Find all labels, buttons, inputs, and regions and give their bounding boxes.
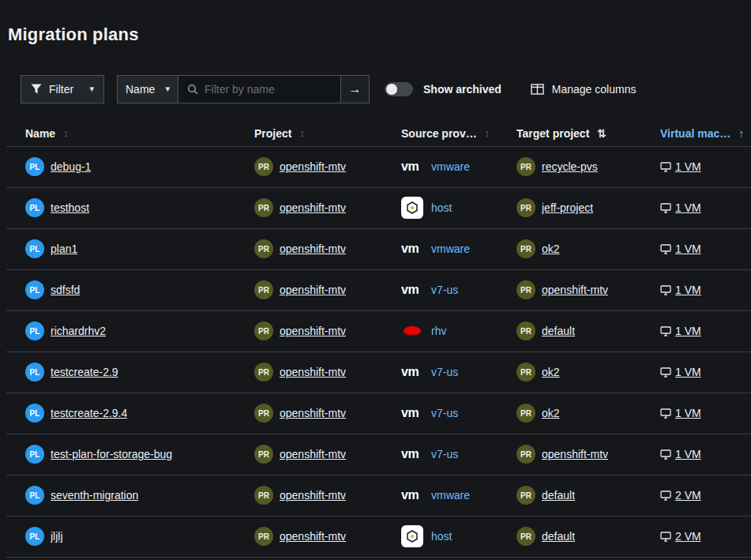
table-row: PL seventh-migration PR openshift-mtv vm… bbox=[6, 475, 751, 516]
filter-dropdown-button[interactable]: Filter ▾ bbox=[21, 75, 104, 103]
table-row: PL testcreate-2.9.4 PR openshift-mtv vm … bbox=[6, 393, 751, 434]
project-cell: PR openshift-mtv bbox=[254, 445, 401, 464]
project-badge: PR bbox=[254, 321, 273, 340]
virtual-machines-cell: 1 VM bbox=[660, 201, 751, 214]
project-link[interactable]: openshift-mtv bbox=[280, 448, 346, 460]
source-provider-link[interactable]: host bbox=[431, 530, 452, 543]
name-cell: PL testcreate-2.9 bbox=[6, 363, 254, 381]
plan-badge: PL bbox=[25, 445, 44, 464]
vm-count-link[interactable]: 1 VM bbox=[675, 407, 701, 419]
plan-name-link[interactable]: testcreate-2.9.4 bbox=[51, 407, 127, 419]
project-link[interactable]: openshift-mtv bbox=[280, 489, 346, 502]
target-project-link[interactable]: default bbox=[542, 489, 575, 502]
target-project-link[interactable]: jeff-project bbox=[542, 201, 593, 214]
vm-count-link[interactable]: 1 VM bbox=[675, 160, 701, 173]
column-header-name[interactable]: Name ↕ bbox=[6, 127, 254, 140]
plan-badge: PL bbox=[25, 363, 44, 381]
source-provider-link[interactable]: v7-us bbox=[431, 284, 458, 296]
vm-count-link[interactable]: 1 VM bbox=[675, 448, 701, 460]
target-project-badge: PR bbox=[516, 363, 535, 381]
plan-name-link[interactable]: sdfsfd bbox=[51, 284, 80, 296]
manage-columns-label: Manage columns bbox=[552, 83, 636, 96]
source-provider-link[interactable]: vmware bbox=[431, 160, 470, 173]
target-project-badge: PR bbox=[516, 198, 535, 217]
target-project-badge: PR bbox=[516, 445, 535, 464]
project-link[interactable]: openshift-mtv bbox=[280, 325, 346, 337]
column-header-target-project[interactable]: Target project ⇅ bbox=[516, 127, 660, 140]
vm-count-link[interactable]: 1 VM bbox=[675, 325, 701, 337]
vmware-logo-icon: vm bbox=[401, 447, 419, 461]
vm-count-link[interactable]: 1 VM bbox=[675, 366, 701, 378]
plan-badge: PL bbox=[25, 527, 44, 546]
filter-by-name-input[interactable] bbox=[178, 75, 341, 103]
plan-name-link[interactable]: seventh-migration bbox=[51, 489, 138, 502]
source-provider-link[interactable]: vmware bbox=[431, 489, 470, 502]
target-project-link[interactable]: default bbox=[542, 530, 575, 543]
project-link[interactable]: openshift-mtv bbox=[280, 201, 346, 214]
column-header-source-provider[interactable]: Source prov… ↕ bbox=[401, 127, 516, 140]
plan-name-link[interactable]: testcreate-2.9 bbox=[51, 366, 118, 378]
target-project-link[interactable]: ok2 bbox=[542, 366, 560, 378]
source-provider-link[interactable]: rhv bbox=[431, 325, 446, 337]
target-project-link[interactable]: openshift-mtv bbox=[542, 284, 608, 296]
virtual-machines-cell: 1 VM bbox=[660, 325, 751, 337]
vm-count-link[interactable]: 1 VM bbox=[675, 242, 701, 255]
name-cell: PL testhost bbox=[6, 198, 254, 217]
target-project-link[interactable]: recycle-pvs bbox=[542, 160, 598, 173]
source-provider-link[interactable]: vmware bbox=[431, 242, 470, 255]
manage-columns-button[interactable]: Manage columns bbox=[526, 82, 641, 96]
target-project-cell: PR default bbox=[516, 486, 660, 505]
vm-icon bbox=[660, 408, 671, 419]
host-provider-icon bbox=[401, 525, 423, 547]
target-project-link[interactable]: ok2 bbox=[542, 407, 560, 419]
plan-name-link[interactable]: plan1 bbox=[51, 242, 77, 255]
project-cell: PR openshift-mtv bbox=[254, 157, 401, 176]
name-cell: PL testcreate-2.9.4 bbox=[6, 404, 254, 423]
target-project-link[interactable]: openshift-mtv bbox=[542, 448, 608, 460]
source-provider-cell: vm vmware bbox=[401, 488, 516, 502]
project-badge: PR bbox=[254, 363, 273, 381]
target-project-link[interactable]: default bbox=[542, 325, 575, 337]
target-project-link[interactable]: ok2 bbox=[542, 242, 560, 255]
target-project-cell: PR ok2 bbox=[516, 363, 660, 381]
source-provider-link[interactable]: v7-us bbox=[431, 366, 458, 378]
filter-attribute-select[interactable]: Name ▾ bbox=[117, 75, 178, 103]
project-link[interactable]: openshift-mtv bbox=[280, 366, 346, 378]
vm-count-link[interactable]: 2 VM bbox=[675, 489, 701, 502]
plan-badge: PL bbox=[25, 321, 44, 340]
apply-filter-button[interactable]: → bbox=[341, 75, 370, 103]
source-provider-link[interactable]: host bbox=[431, 201, 452, 214]
plan-name-link[interactable]: richardrhv2 bbox=[51, 325, 106, 337]
show-archived-toggle[interactable] bbox=[385, 82, 413, 96]
plan-name-link[interactable]: debug-1 bbox=[51, 160, 91, 173]
target-project-badge: PR bbox=[516, 157, 535, 176]
plan-name-link[interactable]: jljlj bbox=[51, 530, 63, 543]
sort-icon: ↕ bbox=[299, 127, 305, 139]
project-link[interactable]: openshift-mtv bbox=[280, 160, 346, 173]
page-title: Migration plans bbox=[0, 12, 751, 45]
source-provider-link[interactable]: v7-us bbox=[431, 407, 458, 419]
source-provider-icon: vm bbox=[401, 197, 426, 219]
project-link[interactable]: openshift-mtv bbox=[280, 242, 346, 255]
project-link[interactable]: openshift-mtv bbox=[280, 284, 346, 296]
source-provider-cell: vm v7-us bbox=[401, 283, 516, 297]
vm-icon bbox=[660, 203, 671, 213]
plan-name-link[interactable]: test-plan-for-storage-bug bbox=[51, 448, 172, 460]
plan-badge: PL bbox=[25, 198, 44, 217]
vm-count-link[interactable]: 2 VM bbox=[675, 530, 701, 543]
vm-count-link[interactable]: 1 VM bbox=[675, 201, 701, 214]
project-link[interactable]: openshift-mtv bbox=[280, 407, 346, 419]
vm-count-link[interactable]: 1 VM bbox=[675, 284, 701, 296]
source-provider-link[interactable]: v7-us bbox=[431, 448, 458, 460]
virtual-machines-cell: 1 VM bbox=[660, 242, 751, 255]
redhat-rhv-icon bbox=[401, 324, 423, 338]
source-provider-cell: vm host bbox=[401, 525, 516, 547]
column-header-project[interactable]: Project ↕ bbox=[254, 127, 401, 140]
source-provider-icon: vm bbox=[401, 324, 426, 338]
target-project-badge: PR bbox=[516, 239, 535, 258]
vmware-logo-icon: vm bbox=[401, 283, 419, 297]
column-header-virtual-machines[interactable]: Virtual mac… ↑ bbox=[660, 127, 751, 140]
project-link[interactable]: openshift-mtv bbox=[280, 530, 346, 543]
vmware-logo-icon: vm bbox=[401, 488, 419, 502]
plan-name-link[interactable]: testhost bbox=[51, 201, 89, 214]
